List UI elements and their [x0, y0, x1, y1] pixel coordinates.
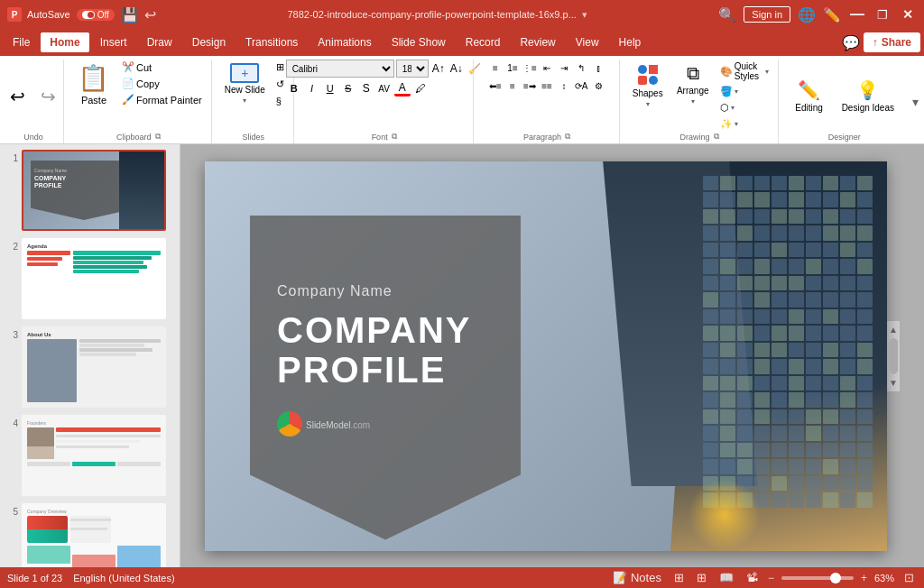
- outline-list-button[interactable]: ⋮≡: [522, 60, 538, 76]
- minimize-button[interactable]: —: [848, 5, 866, 23]
- menu-item-file[interactable]: File: [4, 32, 39, 52]
- scroll-thumb[interactable]: [889, 338, 898, 374]
- arrange-dropdown-icon[interactable]: ▾: [691, 97, 695, 106]
- cut-button[interactable]: ✂️ Cut: [118, 60, 206, 75]
- fit-slide-button[interactable]: ⊡: [901, 571, 917, 584]
- comments-icon[interactable]: 💬: [842, 34, 860, 51]
- zoom-in-button[interactable]: +: [861, 572, 867, 584]
- globe-icon[interactable]: 🌐: [798, 6, 816, 23]
- menu-item-help[interactable]: Help: [610, 32, 651, 52]
- shape-fill-button[interactable]: 🪣 ▾: [716, 84, 773, 99]
- columns-button[interactable]: ⫿: [590, 60, 606, 76]
- menu-item-record[interactable]: Record: [457, 32, 510, 52]
- normal-view-button[interactable]: ⊞: [671, 571, 687, 584]
- ribbon-collapse-button[interactable]: ▾: [910, 60, 920, 143]
- slide-sorter-button[interactable]: ⊞: [694, 571, 709, 584]
- menu-item-review[interactable]: Review: [511, 32, 564, 52]
- pen-icon[interactable]: ✏️: [823, 6, 841, 23]
- align-center-button[interactable]: ≡: [504, 78, 521, 94]
- strikethrough-button[interactable]: S: [340, 80, 356, 96]
- smartart-button[interactable]: ⚙: [590, 78, 606, 94]
- slide-canvas[interactable]: // Generate window elements Company Name…: [205, 161, 887, 551]
- menu-item-insert[interactable]: Insert: [91, 32, 136, 52]
- undo-button[interactable]: ↩: [5, 82, 32, 111]
- increase-font-button[interactable]: A↑: [430, 60, 447, 77]
- underline-button[interactable]: U: [322, 80, 338, 96]
- increase-indent-button[interactable]: ⇥: [556, 60, 572, 76]
- zoom-out-button[interactable]: −: [768, 572, 774, 584]
- copy-button[interactable]: 📄 Copy: [118, 76, 206, 91]
- decrease-indent-button[interactable]: ⇤: [539, 60, 555, 76]
- text-highlight-button[interactable]: 🖊: [412, 80, 429, 96]
- menu-item-animations[interactable]: Animations: [309, 32, 380, 52]
- slide-thumb-3[interactable]: About Us: [22, 326, 166, 408]
- align-right-button[interactable]: ≡➡: [522, 78, 538, 94]
- shapes-dropdown-icon[interactable]: ▾: [646, 100, 650, 108]
- shapes-button[interactable]: Shapes ▾: [626, 60, 670, 112]
- paste-button[interactable]: 📋 Paste: [71, 60, 116, 109]
- dropdown-chevron-icon[interactable]: ▾: [582, 9, 587, 21]
- slide-item-3[interactable]: 3 About Us: [4, 325, 176, 409]
- editing-button[interactable]: ✏️ Editing: [786, 72, 833, 120]
- presenter-view-button[interactable]: 📽: [744, 571, 761, 584]
- slide-item-1[interactable]: 1 Company Name COMPANYPROFILE: [4, 148, 176, 233]
- slide-item-5[interactable]: 5 Company Overview: [4, 501, 176, 567]
- autosave-toggle[interactable]: Off: [76, 8, 116, 22]
- quick-styles-button[interactable]: 🎨 Quick Styles ▾: [716, 60, 773, 83]
- font-color-button[interactable]: A: [394, 80, 411, 96]
- scroll-up-button[interactable]: ▲: [887, 323, 900, 336]
- save-icon[interactable]: 💾: [121, 6, 139, 23]
- char-spacing-button[interactable]: AV: [376, 80, 393, 96]
- design-ideas-button[interactable]: 💡 Design Ideas: [833, 72, 903, 120]
- bold-button[interactable]: B: [286, 80, 302, 96]
- slide-item-2[interactable]: 2 Agenda: [4, 236, 176, 321]
- zoom-level[interactable]: 63%: [874, 573, 894, 583]
- close-button[interactable]: ✕: [899, 5, 917, 23]
- align-left-button[interactable]: ⬅≡: [487, 78, 504, 94]
- shape-effects-dropdown-icon[interactable]: ▾: [735, 120, 738, 128]
- redo-button[interactable]: ↪: [35, 82, 62, 111]
- slide-thumb-4[interactable]: Founders: [22, 415, 166, 496]
- text-direction-button[interactable]: ⟳A: [573, 78, 589, 94]
- font-size-select[interactable]: 18: [396, 60, 429, 78]
- undo-title-icon[interactable]: ↩: [144, 6, 156, 23]
- new-slide-dropdown-icon[interactable]: ▾: [243, 96, 246, 105]
- rtl-button[interactable]: ↰: [573, 60, 589, 76]
- slide-thumb-1[interactable]: Company Name COMPANYPROFILE: [22, 150, 166, 231]
- menu-item-slideshow[interactable]: Slide Show: [383, 32, 455, 52]
- bullet-list-button[interactable]: ≡: [487, 60, 504, 76]
- menu-item-draw[interactable]: Draw: [138, 32, 181, 52]
- shape-effects-button[interactable]: ✨ ▾: [716, 116, 773, 132]
- text-shadow-button[interactable]: S: [358, 80, 374, 96]
- slide-thumb-5[interactable]: Company Overview: [22, 503, 166, 567]
- font-family-select[interactable]: Calibri: [286, 60, 394, 78]
- font-dialog-icon[interactable]: ⧉: [392, 132, 397, 142]
- zoom-slider[interactable]: [781, 576, 854, 580]
- share-button[interactable]: ↑ Share: [864, 32, 920, 52]
- decrease-font-button[interactable]: A↓: [448, 60, 465, 77]
- reading-view-button[interactable]: 📖: [716, 571, 736, 584]
- arrange-button[interactable]: ⧉ Arrange ▾: [671, 60, 715, 109]
- shape-fill-dropdown-icon[interactable]: ▾: [735, 87, 738, 96]
- numbered-list-button[interactable]: 1≡: [504, 60, 521, 76]
- line-spacing-button[interactable]: ↕: [556, 78, 572, 94]
- shape-outline-dropdown-icon[interactable]: ▾: [731, 104, 735, 112]
- notes-button[interactable]: 📝 Notes: [610, 571, 664, 584]
- menu-item-design[interactable]: Design: [183, 32, 235, 52]
- menu-item-view[interactable]: View: [567, 32, 608, 52]
- format-painter-button[interactable]: 🖌️ Format Painter: [118, 92, 206, 107]
- quick-styles-dropdown-icon[interactable]: ▾: [765, 68, 769, 76]
- slide-thumb-2[interactable]: Agenda: [22, 238, 166, 319]
- scroll-down-button[interactable]: ▼: [887, 376, 900, 390]
- signin-button[interactable]: Sign in: [744, 6, 790, 23]
- search-title-icon[interactable]: 🔍: [718, 6, 736, 23]
- slide-item-4[interactable]: 4 Founders: [4, 413, 176, 498]
- restore-button[interactable]: ❐: [873, 5, 892, 23]
- clipboard-dialog-icon[interactable]: ⧉: [155, 132, 161, 142]
- shape-outline-button[interactable]: ⬡ ▾: [716, 100, 773, 115]
- paragraph-dialog-icon[interactable]: ⧉: [565, 132, 570, 142]
- drawing-dialog-icon[interactable]: ⧉: [714, 132, 719, 142]
- justify-button[interactable]: ≡≡: [539, 78, 555, 94]
- menu-item-home[interactable]: Home: [41, 32, 88, 52]
- new-slide-button[interactable]: + New Slide ▾: [219, 60, 271, 108]
